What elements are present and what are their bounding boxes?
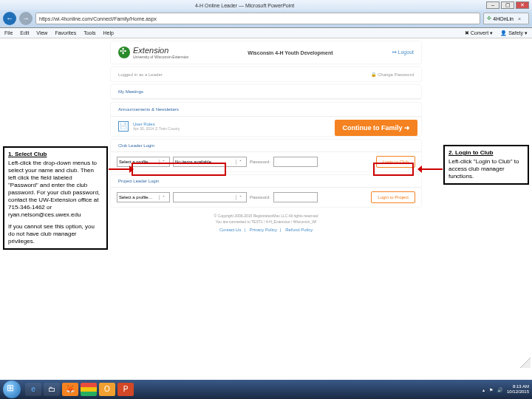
start-button[interactable] xyxy=(3,381,21,398)
refund-link[interactable]: Refund Policy xyxy=(285,228,313,232)
callout-body: Left-click "Login to Club" to access clu… xyxy=(449,158,524,180)
menu-favorites[interactable]: Favorites xyxy=(55,30,76,35)
chrome-icon[interactable] xyxy=(81,383,97,396)
menu-tools[interactable]: Tools xyxy=(83,30,95,35)
address-bar[interactable]: https://wi.4honline.com/Connect/Family/H… xyxy=(35,13,480,24)
outlook-icon[interactable]: O xyxy=(99,383,115,396)
callout-login-club: 2. Login to Club Left-click "Login to Cl… xyxy=(443,145,529,185)
continue-family-button[interactable]: Continue to Family xyxy=(335,120,417,136)
password-field[interactable] xyxy=(273,157,318,167)
document-icon: 📄 xyxy=(118,121,129,132)
site-header: Extension University of Wisconsin-Extens… xyxy=(111,41,421,64)
browser-tab[interactable]: ✣ 4HOnLin × xyxy=(483,13,529,24)
menu-help[interactable]: Help xyxy=(103,30,114,35)
clover-icon xyxy=(118,47,130,58)
flag-icon[interactable]: ⚑ xyxy=(489,387,493,392)
safety-icon[interactable]: 👤 Safety ▾ xyxy=(500,30,528,36)
chevron-down-icon: ˅ xyxy=(236,195,245,200)
brand-text: Extension xyxy=(133,46,188,55)
back-button[interactable]: ← xyxy=(3,12,16,25)
clock[interactable]: 8:13 AM 10/12/2015 xyxy=(507,384,529,394)
password-label: Password: xyxy=(250,160,270,164)
highlight-box xyxy=(373,163,414,176)
privacy-link[interactable]: Privacy Policy xyxy=(250,228,277,232)
announcement-date: Apr 30, 2014 Z-Train County xyxy=(133,126,180,131)
clover-icon: ✣ xyxy=(487,16,491,21)
project-login-header: Project Leader Login xyxy=(111,175,421,188)
club-login-header: Club Leader Login xyxy=(111,140,421,152)
meetings-card: My Meetings xyxy=(111,85,421,99)
tray-arrow-icon[interactable]: ▴ xyxy=(482,387,485,392)
system-tray: ▴ ⚑ 🔊 8:13 AM 10/12/2015 xyxy=(482,384,529,394)
page-title: Wisconsin 4-H Youth Development xyxy=(188,50,392,55)
taskbar: e 🗀 🦊 O P ▴ ⚑ 🔊 8:13 AM 10/12/2015 xyxy=(0,380,532,399)
close-button[interactable]: ✕ xyxy=(516,1,529,9)
minimize-button[interactable]: – xyxy=(486,1,499,9)
callout-body-2: If you cannot see this option, you do no… xyxy=(8,223,103,245)
announcements-header: Announcements & Newsletters xyxy=(111,103,421,117)
title-text: 4-H Online Leader — Microsoft PowerPoint xyxy=(3,3,486,8)
browser-chrome: 4-H Online Leader — Microsoft PowerPoint… xyxy=(0,0,532,28)
meetings-header: My Meetings xyxy=(111,85,421,99)
footer-copyright: © Copyright 2006-2015 RegistrationMax LL… xyxy=(111,213,421,225)
project-select[interactable]: ˅ xyxy=(173,192,247,202)
logged-in-text: Logged in as a Leader xyxy=(118,72,163,77)
menu-edit[interactable]: Edit xyxy=(20,30,29,35)
firefox-icon[interactable]: 🦊 xyxy=(62,383,78,396)
footer-links: Contact Us| Privacy Policy| Refund Polic… xyxy=(111,228,421,232)
maximize-button[interactable]: ▢ xyxy=(501,1,514,9)
contact-link[interactable]: Contact Us xyxy=(219,228,242,232)
powerpoint-icon[interactable]: P xyxy=(117,383,134,396)
brand-subtext: University of Wisconsin-Extension xyxy=(133,55,188,59)
forward-button[interactable]: → xyxy=(19,12,33,25)
callout-title: 2. Login to Club xyxy=(449,149,524,157)
user-status-bar: Logged in as a Leader 🔒Change Password xyxy=(111,67,421,81)
callout-select-club: 1. Select Club Left-click the drop-down … xyxy=(3,146,108,250)
arrow-head-icon xyxy=(417,166,422,173)
chevron-down-icon: ˅ xyxy=(159,195,168,200)
chevron-down-icon: ˅ xyxy=(236,160,245,165)
arrow-icon xyxy=(420,168,443,170)
callout-body: Left-click the drop-down menus to select… xyxy=(8,160,103,219)
lock-icon: 🔒 xyxy=(371,72,376,77)
ie-icon[interactable]: e xyxy=(25,383,41,396)
login-project-button[interactable]: Login to Project xyxy=(371,191,415,203)
convert-icon[interactable]: ✖ Convert ▾ xyxy=(465,30,493,36)
password-label: Password: xyxy=(250,195,270,200)
change-password-link[interactable]: 🔒Change Password xyxy=(371,72,414,77)
menu-bar: File Edit View Favorites Tools Help ✖ Co… xyxy=(0,28,532,38)
explorer-icon[interactable]: 🗀 xyxy=(44,383,60,396)
highlight-box xyxy=(132,163,226,176)
project-login-card: Project Leader Login Select a profile…˅ … xyxy=(111,175,421,207)
close-tab-icon[interactable]: × xyxy=(518,16,521,21)
profile-select[interactable]: Select a profile…˅ xyxy=(117,192,170,202)
volume-icon[interactable]: 🔊 xyxy=(497,387,502,392)
menu-view[interactable]: View xyxy=(36,30,47,35)
page-curl-icon xyxy=(520,358,531,368)
menu-file[interactable]: File xyxy=(4,30,13,35)
logout-link[interactable]: ↦ Logout xyxy=(392,50,414,55)
password-field[interactable] xyxy=(273,192,318,202)
callout-title: 1. Select Club xyxy=(8,151,103,158)
arrow-icon xyxy=(109,168,131,170)
